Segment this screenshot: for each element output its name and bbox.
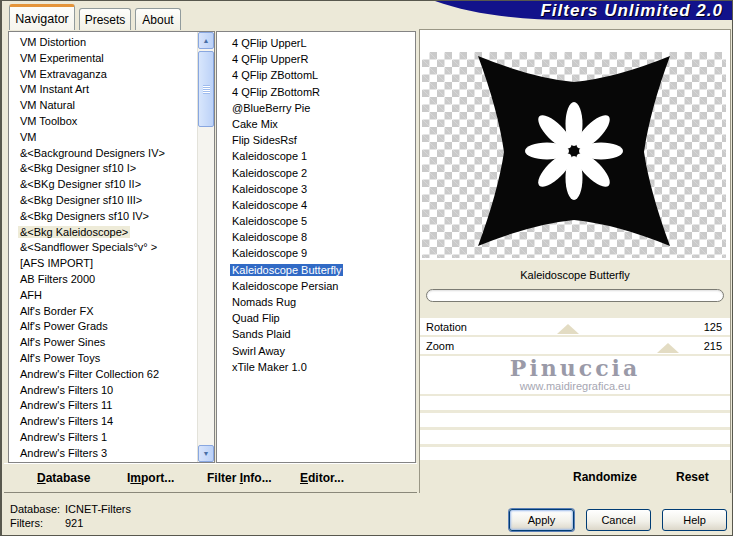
filters-count-value: 921 xyxy=(65,516,83,530)
list-item[interactable]: Alf's Power Toys xyxy=(9,351,214,367)
list-item[interactable]: Swirl Away xyxy=(217,343,415,359)
list-item[interactable]: Kaleidoscope 4 xyxy=(217,197,415,213)
preview-caption: Kaleidoscope Butterfly xyxy=(420,260,730,289)
list-item[interactable]: VM Natural xyxy=(9,98,214,114)
list-item[interactable]: Kaleidoscope 8 xyxy=(217,229,415,245)
preview-panel: Kaleidoscope Butterfly Rotation 125 Zoom… xyxy=(419,29,731,493)
zoom-slider[interactable]: Zoom 215 xyxy=(420,337,730,354)
list-item[interactable]: VM Distortion xyxy=(9,35,214,51)
list-item[interactable]: Flip SidesRsf xyxy=(217,132,415,148)
list-item[interactable]: [AFS IMPORT] xyxy=(9,256,214,272)
rotation-label: Rotation xyxy=(420,321,467,333)
filter-list[interactable]: 4 QFlip UpperL4 QFlip UpperR4 QFlip ZBot… xyxy=(216,31,416,463)
list-item[interactable]: Kaleidoscope 1 xyxy=(217,148,415,164)
list-item[interactable]: Nomads Rug xyxy=(217,294,415,310)
database-status-label: Database: xyxy=(10,502,65,516)
kaleidoscope-preview-image xyxy=(422,52,726,258)
list-item[interactable]: Kaleidoscope 2 xyxy=(217,165,415,181)
watermark-name: Pinuccia xyxy=(420,356,730,380)
list-item[interactable]: xTile Maker 1.0 xyxy=(217,359,415,375)
title-banner: Filters Unlimited 2.0 xyxy=(419,1,732,21)
editor-button[interactable]: Editor... xyxy=(294,470,350,486)
list-item[interactable]: &<BKg Designer sf10 II> xyxy=(9,177,214,193)
list-item[interactable]: Kaleidoscope 9 xyxy=(217,245,415,261)
category-scrollbar[interactable]: ▲ ▼ xyxy=(197,32,214,462)
tab-navigator[interactable]: Navigator xyxy=(9,4,75,30)
transparency-checkerboard xyxy=(422,52,726,258)
database-button[interactable]: Database xyxy=(31,470,96,486)
zoom-value: 215 xyxy=(704,340,730,352)
list-item[interactable]: VM Extravaganza xyxy=(9,67,214,83)
filter-info-button[interactable]: Filter Info... xyxy=(201,470,278,486)
watermark: Pinuccia www.maidiregrafica.eu xyxy=(420,356,730,394)
tab-presets-label: Presets xyxy=(85,13,126,27)
list-item[interactable]: Alf's Border FX xyxy=(9,304,214,320)
zoom-slider-thumb[interactable] xyxy=(657,343,679,353)
rotation-slider-thumb[interactable] xyxy=(557,324,579,334)
list-item[interactable]: Kaleidoscope 5 xyxy=(217,213,415,229)
zoom-label: Zoom xyxy=(420,340,454,352)
list-item[interactable]: &<Bkg Designer sf10 III> xyxy=(9,193,214,209)
category-list[interactable]: VM DistortionVM ExperimentalVM Extravaga… xyxy=(8,31,215,463)
filters-count-label: Filters: xyxy=(10,516,65,530)
list-item[interactable]: 4 QFlip ZBottomR xyxy=(217,84,415,100)
scroll-up-icon[interactable]: ▲ xyxy=(198,32,214,49)
list-item[interactable]: Kaleidoscope Persian xyxy=(217,278,415,294)
empty-row xyxy=(420,430,730,444)
list-item[interactable]: AB Filters 2000 xyxy=(9,272,214,288)
rotation-value: 125 xyxy=(704,321,730,333)
star-shape xyxy=(478,56,670,246)
help-button[interactable]: Help xyxy=(662,509,727,531)
list-item[interactable]: Andrew's Filters 3 xyxy=(9,446,214,462)
list-item[interactable]: Kaleidoscope Butterfly xyxy=(217,262,415,278)
database-status-value: ICNET-Filters xyxy=(65,502,131,516)
list-item[interactable]: Andrew's Filter Collection 62 xyxy=(9,367,214,383)
list-item[interactable]: VM xyxy=(9,130,214,146)
list-item[interactable]: &<Bkg Kaleidoscope> xyxy=(9,225,214,241)
reset-button[interactable]: Reset xyxy=(670,469,715,485)
list-item[interactable]: AFH xyxy=(9,288,214,304)
scroll-down-icon[interactable]: ▼ xyxy=(198,445,214,462)
list-item[interactable]: @BlueBerry Pie xyxy=(217,100,415,116)
empty-row xyxy=(420,413,730,427)
randomize-button[interactable]: Randomize xyxy=(567,469,643,485)
list-item[interactable]: VM Experimental xyxy=(9,51,214,67)
empty-row xyxy=(420,447,730,461)
list-item[interactable]: Andrew's Filters 14 xyxy=(9,414,214,430)
list-item[interactable]: Alf's Power Sines xyxy=(9,335,214,351)
list-item[interactable]: Kaleidoscope 3 xyxy=(217,181,415,197)
scrollbar-thumb[interactable] xyxy=(198,51,214,127)
empty-row xyxy=(420,396,730,410)
import-button[interactable]: Import... xyxy=(121,470,180,486)
tab-about[interactable]: About xyxy=(135,8,181,30)
list-item[interactable]: &<Sandflower Specials°v° > xyxy=(9,240,214,256)
tab-about-label: About xyxy=(142,13,173,27)
cancel-button[interactable]: Cancel xyxy=(586,509,651,531)
list-item[interactable]: Andrew's Filters 1 xyxy=(9,430,214,446)
watermark-url: www.maidiregrafica.eu xyxy=(420,380,730,392)
list-item[interactable]: &<Bkg Designers sf10 IV> xyxy=(9,209,214,225)
apply-button[interactable]: Apply xyxy=(509,509,574,531)
list-item[interactable]: Andrew's Filters 10 xyxy=(9,383,214,399)
list-item[interactable]: 4 QFlip UpperR xyxy=(217,51,415,67)
tab-presets[interactable]: Presets xyxy=(79,8,131,30)
status-bar: Database: ICNET-Filters Filters: 921 xyxy=(10,502,131,530)
tab-navigator-label: Navigator xyxy=(15,12,69,26)
list-item[interactable]: 4 QFlip ZBottomL xyxy=(217,67,415,83)
list-item[interactable]: Sands Plaid xyxy=(217,326,415,342)
list-item[interactable]: Alf's Power Grads xyxy=(9,319,214,335)
rotation-slider[interactable]: Rotation 125 xyxy=(420,318,730,335)
list-item[interactable]: 4 QFlip UpperL xyxy=(217,35,415,51)
list-item[interactable]: &<Bkg Designer sf10 I> xyxy=(9,161,214,177)
list-item[interactable]: VM Instant Art xyxy=(9,82,214,98)
list-item[interactable]: &<Background Designers IV> xyxy=(9,146,214,162)
toolbar: Database Import... Filter Info... Editor… xyxy=(4,463,417,493)
progress-bar xyxy=(426,289,724,302)
window-title: Filters Unlimited 2.0 xyxy=(540,1,723,20)
list-item[interactable]: VM Toolbox xyxy=(9,114,214,130)
list-item[interactable]: Quad Flip xyxy=(217,310,415,326)
preview-area xyxy=(420,30,730,260)
filters-unlimited-dialog: Filters Unlimited 2.0 Navigator Presets … xyxy=(0,0,733,536)
list-item[interactable]: Andrew's Filters 11 xyxy=(9,398,214,414)
list-item[interactable]: Cake Mix xyxy=(217,116,415,132)
